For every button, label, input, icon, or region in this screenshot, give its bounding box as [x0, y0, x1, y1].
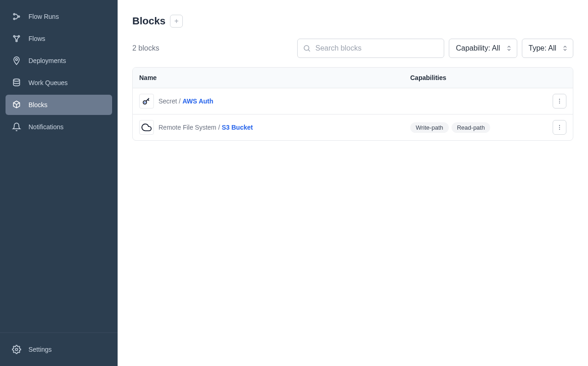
- block-name-cell: Remote File System / S3 Bucket: [139, 120, 410, 135]
- column-header-capabilities: Capabilities: [410, 74, 548, 81]
- svg-point-14: [559, 103, 560, 103]
- sidebar-item-label: Flows: [28, 35, 45, 42]
- svg-point-17: [559, 129, 560, 130]
- table-row: Secret / AWS Auth: [133, 88, 573, 114]
- cloud-icon: [139, 120, 154, 135]
- search-box: [297, 39, 444, 58]
- work-queues-icon: [12, 78, 21, 87]
- more-actions-button[interactable]: [553, 120, 566, 135]
- svg-point-1: [13, 18, 15, 19]
- sidebar-item-notifications[interactable]: Notifications: [6, 117, 112, 137]
- sidebar-item-flows[interactable]: Flows: [6, 29, 112, 49]
- block-type: Secret: [158, 97, 177, 105]
- sidebar-item-label: Settings: [28, 346, 52, 353]
- flows-icon: [12, 34, 21, 43]
- svg-point-6: [16, 58, 17, 60]
- toolbar-controls: Capability: All Type: All: [297, 39, 573, 58]
- capability-filter[interactable]: Capability: All: [449, 39, 517, 58]
- secret-key-icon: [139, 94, 154, 109]
- capability-filter-label: Capability: All: [456, 44, 500, 52]
- sidebar-item-label: Notifications: [28, 123, 63, 131]
- dots-vertical-icon: [556, 98, 563, 104]
- block-separator: /: [177, 97, 182, 105]
- deployments-icon: [12, 56, 21, 65]
- sidebar-footer: Settings: [0, 332, 118, 366]
- page-title: Blocks: [132, 15, 165, 27]
- svg-point-11: [144, 102, 146, 103]
- sidebar-item-settings[interactable]: Settings: [6, 339, 112, 360]
- notifications-icon: [12, 122, 21, 132]
- svg-point-16: [559, 127, 560, 128]
- plus-icon: +: [174, 17, 178, 25]
- action-cell: [548, 94, 566, 109]
- sidebar-item-label: Blocks: [28, 101, 47, 109]
- block-link[interactable]: S3 Bucket: [222, 124, 253, 131]
- svg-point-5: [16, 40, 17, 41]
- capability-badge: Read-path: [452, 122, 491, 133]
- flow-runs-icon: [12, 12, 21, 21]
- dots-vertical-icon: [556, 124, 563, 131]
- more-actions-button[interactable]: [553, 94, 566, 109]
- search-input[interactable]: [297, 39, 444, 58]
- toolbar: 2 blocks Capability: All Type: All: [132, 39, 573, 58]
- svg-point-7: [13, 79, 19, 81]
- page-header: Blocks +: [132, 15, 573, 28]
- svg-point-2: [18, 16, 19, 17]
- sidebar-item-label: Flow Runs: [28, 13, 59, 20]
- blocks-table: Name Capabilities Secret / AWS Auth: [132, 67, 573, 141]
- svg-point-4: [18, 35, 19, 37]
- sidebar-nav: Flow Runs Flows Deployments Work Queues: [0, 6, 118, 138]
- add-block-button[interactable]: +: [170, 15, 183, 28]
- table-row: Remote File System / S3 Bucket Write-pat…: [133, 114, 573, 140]
- chevron-updown-icon: [562, 45, 568, 51]
- block-count: 2 blocks: [132, 44, 159, 52]
- svg-point-0: [13, 13, 15, 15]
- sidebar-item-label: Work Queues: [28, 79, 68, 86]
- svg-point-13: [559, 101, 560, 102]
- block-separator: /: [216, 124, 222, 131]
- block-text: Remote File System / S3 Bucket: [158, 124, 253, 131]
- svg-point-12: [559, 99, 560, 100]
- svg-point-3: [13, 35, 15, 37]
- svg-point-15: [559, 125, 560, 126]
- capability-badge: Write-path: [410, 122, 449, 133]
- sidebar-item-flow-runs[interactable]: Flow Runs: [6, 6, 112, 27]
- table-header: Name Capabilities: [133, 68, 573, 88]
- type-filter[interactable]: Type: All: [522, 39, 573, 58]
- svg-point-9: [304, 46, 309, 51]
- gear-icon: [12, 345, 21, 354]
- capabilities-cell: Write-path Read-path: [410, 122, 548, 133]
- action-cell: [548, 120, 566, 135]
- type-filter-label: Type: All: [529, 44, 556, 52]
- block-name-cell: Secret / AWS Auth: [139, 94, 410, 109]
- block-type: Remote File System: [158, 124, 216, 131]
- block-text: Secret / AWS Auth: [158, 97, 213, 105]
- svg-point-8: [16, 349, 18, 351]
- main-content: Blocks + 2 blocks Capability: All Type: …: [118, 0, 588, 366]
- block-link[interactable]: AWS Auth: [182, 97, 213, 105]
- sidebar-item-blocks[interactable]: Blocks: [6, 95, 112, 115]
- chevron-updown-icon: [506, 45, 512, 51]
- search-icon: [303, 44, 311, 52]
- sidebar-item-deployments[interactable]: Deployments: [6, 51, 112, 71]
- sidebar-item-work-queues[interactable]: Work Queues: [6, 73, 112, 93]
- column-header-name: Name: [139, 74, 410, 81]
- blocks-icon: [12, 100, 21, 109]
- sidebar: Flow Runs Flows Deployments Work Queues: [0, 0, 118, 366]
- sidebar-item-label: Deployments: [28, 57, 66, 64]
